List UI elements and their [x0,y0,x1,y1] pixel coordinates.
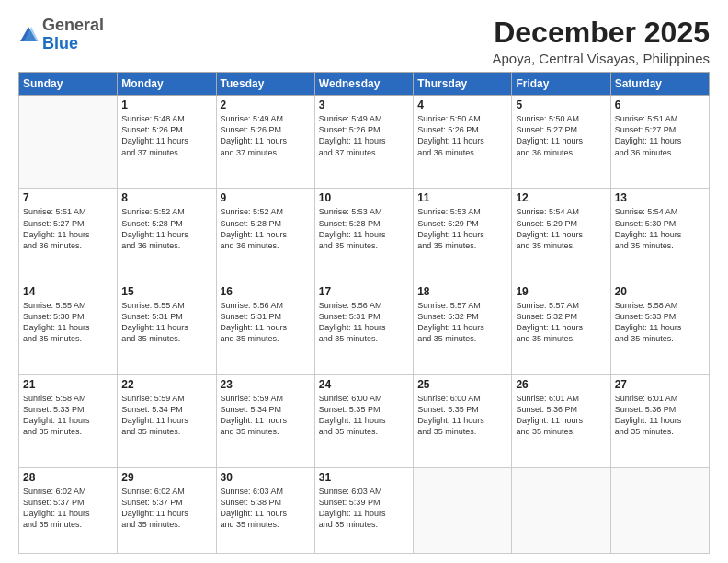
calendar-cell: 11Sunrise: 5:53 AM Sunset: 5:29 PM Dayli… [414,189,512,282]
calendar-cell: 27Sunrise: 6:01 AM Sunset: 5:36 PM Dayli… [610,374,709,467]
day-info: Sunrise: 5:55 AM Sunset: 5:31 PM Dayligh… [121,300,211,345]
day-info: Sunrise: 5:54 AM Sunset: 5:29 PM Dayligh… [516,206,606,251]
calendar-cell: 31Sunrise: 6:03 AM Sunset: 5:39 PM Dayli… [314,468,413,554]
logo-icon [18,25,39,45]
location-title: Apoya, Central Visayas, Philippines [492,51,710,66]
day-number: 19 [516,285,606,298]
day-info: Sunrise: 5:48 AM Sunset: 5:26 PM Dayligh… [121,113,211,158]
header-wednesday: Wednesday [314,73,413,96]
calendar-week-2: 14Sunrise: 5:55 AM Sunset: 5:30 PM Dayli… [19,282,710,374]
day-number: 24 [319,378,409,391]
calendar-week-0: 1Sunrise: 5:48 AM Sunset: 5:26 PM Daylig… [19,96,710,189]
day-number: 21 [23,378,113,391]
logo-blue-text: Blue [42,34,78,52]
logo: General Blue [18,17,104,53]
day-info: Sunrise: 5:58 AM Sunset: 5:33 PM Dayligh… [615,300,705,345]
day-info: Sunrise: 5:57 AM Sunset: 5:32 PM Dayligh… [516,300,606,345]
day-info: Sunrise: 5:51 AM Sunset: 5:27 PM Dayligh… [615,113,705,158]
day-number: 23 [221,378,311,391]
calendar-cell: 15Sunrise: 5:55 AM Sunset: 5:31 PM Dayli… [118,282,216,374]
calendar-cell: 24Sunrise: 6:00 AM Sunset: 5:35 PM Dayli… [314,374,413,467]
day-number: 30 [221,471,311,484]
day-number: 9 [221,191,311,204]
day-number: 14 [23,285,113,298]
day-number: 11 [417,191,507,204]
header: General Blue December 2025 Apoya, Centra… [18,17,710,66]
calendar-cell: 20Sunrise: 5:58 AM Sunset: 5:33 PM Dayli… [610,282,709,374]
calendar-cell: 30Sunrise: 6:03 AM Sunset: 5:38 PM Dayli… [216,468,314,554]
day-info: Sunrise: 6:01 AM Sunset: 5:36 PM Dayligh… [615,393,705,438]
day-number: 26 [516,378,606,391]
day-number: 20 [615,285,705,298]
day-info: Sunrise: 6:02 AM Sunset: 5:37 PM Dayligh… [23,486,113,531]
calendar-cell: 3Sunrise: 5:49 AM Sunset: 5:26 PM Daylig… [314,96,413,189]
day-info: Sunrise: 5:56 AM Sunset: 5:31 PM Dayligh… [221,300,311,345]
day-info: Sunrise: 5:49 AM Sunset: 5:26 PM Dayligh… [221,113,311,158]
day-info: Sunrise: 6:02 AM Sunset: 5:37 PM Dayligh… [121,486,211,531]
calendar-cell: 6Sunrise: 5:51 AM Sunset: 5:27 PM Daylig… [610,96,709,189]
calendar-cell: 14Sunrise: 5:55 AM Sunset: 5:30 PM Dayli… [19,282,118,374]
day-info: Sunrise: 5:57 AM Sunset: 5:32 PM Dayligh… [417,300,507,345]
day-number: 5 [516,98,606,111]
day-number: 25 [417,378,507,391]
calendar-cell: 16Sunrise: 5:56 AM Sunset: 5:31 PM Dayli… [216,282,314,374]
day-number: 15 [121,285,211,298]
day-info: Sunrise: 6:03 AM Sunset: 5:38 PM Dayligh… [221,486,311,531]
header-tuesday: Tuesday [216,73,314,96]
day-number: 7 [23,191,113,204]
calendar-cell: 5Sunrise: 5:50 AM Sunset: 5:27 PM Daylig… [512,96,610,189]
day-info: Sunrise: 5:52 AM Sunset: 5:28 PM Dayligh… [121,206,211,251]
month-title: December 2025 [492,17,710,49]
day-number: 3 [319,98,409,111]
header-friday: Friday [512,73,610,96]
calendar-cell: 10Sunrise: 5:53 AM Sunset: 5:28 PM Dayli… [314,189,413,282]
day-info: Sunrise: 5:59 AM Sunset: 5:34 PM Dayligh… [221,393,311,438]
header-thursday: Thursday [414,73,512,96]
day-number: 4 [417,98,507,111]
day-info: Sunrise: 5:50 AM Sunset: 5:26 PM Dayligh… [417,113,507,158]
day-number: 27 [615,378,705,391]
day-info: Sunrise: 6:03 AM Sunset: 5:39 PM Dayligh… [319,486,409,531]
day-info: Sunrise: 5:51 AM Sunset: 5:27 PM Dayligh… [23,206,113,251]
logo-general-text: General [42,16,104,34]
day-number: 29 [121,471,211,484]
day-info: Sunrise: 5:58 AM Sunset: 5:33 PM Dayligh… [23,393,113,438]
day-number: 28 [23,471,113,484]
calendar-cell: 13Sunrise: 5:54 AM Sunset: 5:30 PM Dayli… [610,189,709,282]
calendar-week-1: 7Sunrise: 5:51 AM Sunset: 5:27 PM Daylig… [19,189,710,282]
day-number: 13 [615,191,705,204]
calendar-cell: 17Sunrise: 5:56 AM Sunset: 5:31 PM Dayli… [314,282,413,374]
day-info: Sunrise: 5:59 AM Sunset: 5:34 PM Dayligh… [121,393,211,438]
calendar-cell [512,468,610,554]
calendar-cell: 19Sunrise: 5:57 AM Sunset: 5:32 PM Dayli… [512,282,610,374]
calendar-cell [414,468,512,554]
day-info: Sunrise: 6:01 AM Sunset: 5:36 PM Dayligh… [516,393,606,438]
header-monday: Monday [118,73,216,96]
header-saturday: Saturday [610,73,709,96]
calendar-cell [19,96,118,189]
calendar-cell: 18Sunrise: 5:57 AM Sunset: 5:32 PM Dayli… [414,282,512,374]
calendar-cell: 2Sunrise: 5:49 AM Sunset: 5:26 PM Daylig… [216,96,314,189]
day-number: 17 [319,285,409,298]
day-number: 22 [121,378,211,391]
calendar-cell: 12Sunrise: 5:54 AM Sunset: 5:29 PM Dayli… [512,189,610,282]
day-number: 12 [516,191,606,204]
day-info: Sunrise: 5:55 AM Sunset: 5:30 PM Dayligh… [23,300,113,345]
day-number: 31 [319,471,409,484]
day-info: Sunrise: 5:49 AM Sunset: 5:26 PM Dayligh… [319,113,409,158]
page: General Blue December 2025 Apoya, Centra… [0,0,728,563]
day-number: 8 [121,191,211,204]
calendar-week-4: 28Sunrise: 6:02 AM Sunset: 5:37 PM Dayli… [19,468,710,554]
calendar-header-row: Sunday Monday Tuesday Wednesday Thursday… [19,73,710,96]
calendar-cell: 9Sunrise: 5:52 AM Sunset: 5:28 PM Daylig… [216,189,314,282]
day-number: 18 [417,285,507,298]
calendar-cell: 23Sunrise: 5:59 AM Sunset: 5:34 PM Dayli… [216,374,314,467]
calendar-cell: 22Sunrise: 5:59 AM Sunset: 5:34 PM Dayli… [118,374,216,467]
day-info: Sunrise: 5:50 AM Sunset: 5:27 PM Dayligh… [516,113,606,158]
calendar-week-3: 21Sunrise: 5:58 AM Sunset: 5:33 PM Dayli… [19,374,710,467]
calendar-cell: 8Sunrise: 5:52 AM Sunset: 5:28 PM Daylig… [118,189,216,282]
calendar-cell: 26Sunrise: 6:01 AM Sunset: 5:36 PM Dayli… [512,374,610,467]
calendar-cell: 7Sunrise: 5:51 AM Sunset: 5:27 PM Daylig… [19,189,118,282]
day-number: 10 [319,191,409,204]
calendar-cell [610,468,709,554]
